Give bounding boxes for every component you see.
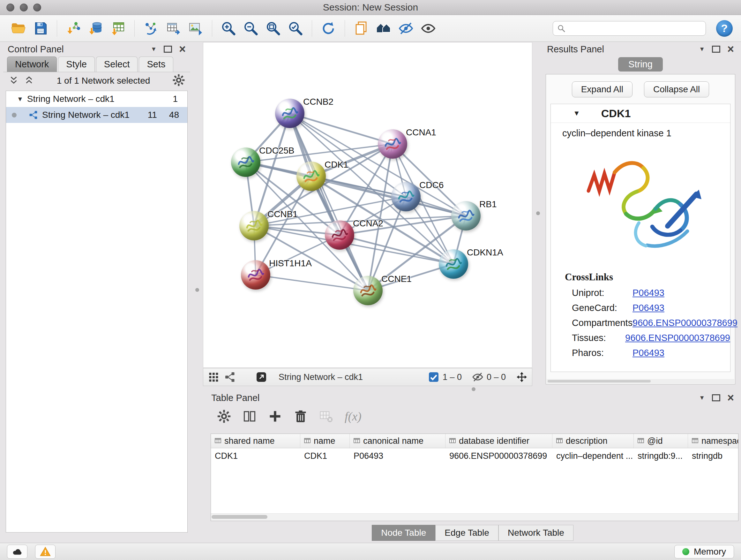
network-options-button[interactable] <box>172 74 185 88</box>
save-session-button[interactable] <box>30 18 51 39</box>
network-node-CDK1[interactable] <box>296 162 326 191</box>
import-table-button[interactable] <box>108 18 128 39</box>
new-network-button[interactable] <box>141 18 161 39</box>
open-session-button[interactable] <box>8 18 28 39</box>
table-row[interactable]: CDK1CDK1P064939606.ENSP00000378699cyclin… <box>211 448 738 463</box>
column-header-description[interactable]: description <box>552 434 634 448</box>
zoom-selected-button[interactable] <box>286 18 306 39</box>
network-node-CDC25B[interactable] <box>231 147 260 177</box>
crosslink-link[interactable]: P06493 <box>632 348 664 358</box>
network-node-CCNB1[interactable] <box>239 211 269 240</box>
card-disclosure-triangle[interactable]: ▼ <box>573 109 580 118</box>
help-button[interactable]: ? <box>716 20 733 37</box>
collection-disclosure-triangle[interactable]: ▼ <box>17 96 23 103</box>
scrollbar-thumb[interactable] <box>548 380 651 382</box>
network-collection-row[interactable]: ▼ String Network – cdk1 1 <box>6 91 187 107</box>
results-panel-collapse-button[interactable]: ▼ <box>699 46 705 53</box>
tab-edge-table[interactable]: Edge Table <box>435 525 498 541</box>
network-node-CCNA2[interactable] <box>325 220 354 250</box>
collapse-all-button[interactable]: Collapse All <box>644 81 709 98</box>
network-row-selected[interactable]: String Network – cdk1 11 48 <box>6 107 187 123</box>
column-header-@id[interactable]: @id <box>634 434 688 448</box>
tab-select[interactable]: Select <box>96 57 138 72</box>
grid-view-icon[interactable] <box>208 371 219 383</box>
crosslink-link[interactable]: 9606.ENSP00000378699 <box>632 318 738 328</box>
network-node-CCNB2[interactable] <box>275 99 305 128</box>
crosslink-link[interactable]: P06493 <box>632 303 664 313</box>
table-panel-collapse-button[interactable]: ▼ <box>699 394 705 401</box>
table-horizontal-scrollbar[interactable] <box>211 513 738 521</box>
splitter-handle[interactable] <box>195 288 199 292</box>
table-cell: P06493 <box>350 451 446 461</box>
collapse-all-networks-button[interactable] <box>8 75 19 87</box>
tab-network[interactable]: Network <box>7 57 57 72</box>
network-edge[interactable] <box>256 275 368 291</box>
scrollbar-thumb[interactable] <box>212 515 267 519</box>
expand-all-networks-button[interactable] <box>23 75 35 87</box>
add-column-icon[interactable] <box>268 409 282 423</box>
crosslink-link[interactable]: P06493 <box>632 288 664 298</box>
tab-sets[interactable]: Sets <box>139 57 173 72</box>
network-node-HIST1H1A[interactable] <box>241 260 270 290</box>
tab-network-table[interactable]: Network Table <box>498 525 574 541</box>
delete-column-icon[interactable] <box>293 409 308 423</box>
network-node-CDC6[interactable] <box>391 182 421 211</box>
table-header-row: shared namenamecanonical namedatabase id… <box>211 434 738 448</box>
column-header-shared-name[interactable]: shared name <box>211 434 300 448</box>
zoom-fit-button[interactable] <box>263 18 283 39</box>
table-panel-close-button[interactable]: × <box>727 392 734 403</box>
table-panel-float-button[interactable] <box>712 394 720 401</box>
first-neighbors-button[interactable] <box>374 18 394 39</box>
window-zoom-button[interactable] <box>33 3 41 11</box>
control-panel-close-button[interactable]: × <box>179 44 186 55</box>
results-horizontal-scrollbar[interactable] <box>547 379 734 383</box>
export-image-button[interactable] <box>186 18 205 39</box>
detach-view-icon[interactable] <box>256 371 267 383</box>
node-label-CDC25B: CDC25B <box>259 145 294 156</box>
search-input[interactable] <box>569 23 702 34</box>
results-panel-float-button[interactable] <box>712 46 720 53</box>
selected-checkbox-icon[interactable] <box>428 371 440 383</box>
column-header-database-identifier[interactable]: database identifier <box>446 434 552 448</box>
column-header-canonical-name[interactable]: canonical name <box>350 434 446 448</box>
crosslink-link[interactable]: 9606.ENSP00000378699 <box>625 333 730 343</box>
crosslink-label: Compartments: <box>565 318 629 328</box>
splitter-handle[interactable] <box>536 211 540 215</box>
refresh-view-button[interactable] <box>319 18 338 39</box>
import-network-database-button[interactable] <box>86 18 106 39</box>
column-header-namespace[interactable]: namespace <box>688 434 738 448</box>
table-options-gear-icon[interactable] <box>217 409 231 423</box>
tab-style[interactable]: Style <box>58 57 94 72</box>
splitter-handle[interactable] <box>472 387 475 391</box>
network-node-CCNE1[interactable] <box>353 276 383 305</box>
warnings-button[interactable] <box>35 545 56 559</box>
window-close-button[interactable] <box>6 3 14 11</box>
pan-move-icon[interactable] <box>516 371 528 383</box>
memory-button[interactable]: Memory <box>674 545 734 558</box>
import-network-file-button[interactable] <box>64 18 83 39</box>
zoom-out-button[interactable] <box>241 18 261 39</box>
results-panel-close-button[interactable]: × <box>727 44 734 55</box>
tab-string[interactable]: String <box>618 57 663 71</box>
new-table-button[interactable] <box>163 18 183 39</box>
control-panel-float-button[interactable] <box>164 46 172 53</box>
network-canvas[interactable]: CCNB2CCNA1CDC25BCDK1CDC6RB1CCNB1CCNA2CDK… <box>203 42 532 368</box>
network-edge[interactable] <box>290 113 393 144</box>
copy-button[interactable] <box>351 18 371 39</box>
control-panel-collapse-button[interactable]: ▼ <box>151 46 157 53</box>
birds-eye-view-icon[interactable] <box>224 371 236 383</box>
main-toolbar: ? <box>0 15 741 42</box>
zoom-in-button[interactable] <box>219 18 239 39</box>
network-node-CCNA1[interactable] <box>378 129 407 159</box>
network-node-RB1[interactable] <box>451 201 481 231</box>
cloud-status-button[interactable] <box>7 545 27 559</box>
expand-all-button[interactable]: Expand All <box>572 81 632 98</box>
show-columns-icon[interactable] <box>243 409 257 423</box>
tab-node-table[interactable]: Node Table <box>372 525 435 541</box>
window-minimize-button[interactable] <box>20 3 28 11</box>
column-header-name[interactable]: name <box>300 434 350 448</box>
network-node-CDKN1A[interactable] <box>439 249 468 279</box>
hide-selected-button[interactable] <box>396 18 416 39</box>
global-search-box[interactable] <box>553 21 706 36</box>
show-all-button[interactable] <box>418 18 438 39</box>
